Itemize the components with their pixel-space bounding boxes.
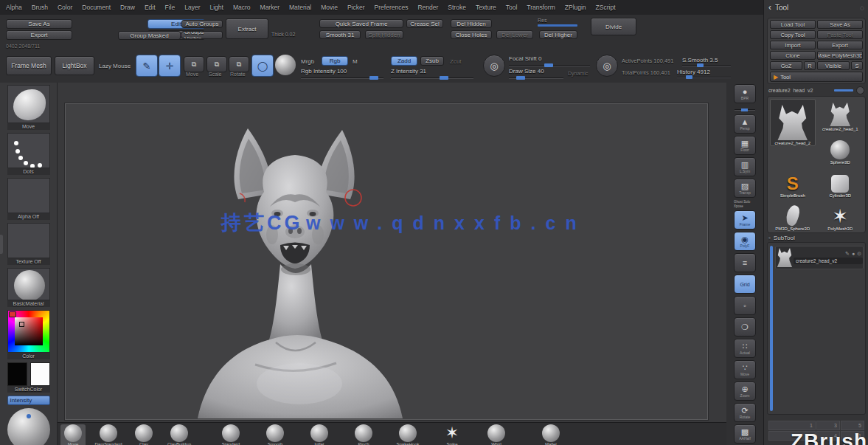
inventory-item[interactable]: Cylinder3D — [818, 165, 864, 198]
thumb-size-slider[interactable] — [834, 89, 853, 92]
secondary-color-swatch[interactable] — [30, 362, 50, 386]
menu-marker[interactable]: Marker — [260, 4, 280, 11]
draw-button[interactable]: ◯ — [251, 55, 274, 77]
groups-visible-button[interactable]: Groups Visible — [181, 31, 223, 39]
stroke-thumbnail[interactable] — [7, 133, 50, 168]
inventory-item[interactable]: 2PM3D_Cylinder3D_2 — [770, 232, 816, 233]
visible-button[interactable]: Visible — [817, 61, 850, 70]
empty-thumbnail[interactable] — [7, 178, 50, 213]
color-picker[interactable] — [7, 310, 50, 353]
grid-button[interactable]: Grid — [734, 275, 756, 294]
menu-texture[interactable]: Texture — [476, 4, 496, 11]
brush-item[interactable]: SnakeHook — [395, 424, 420, 445]
m-button[interactable]: M — [353, 58, 358, 65]
copy-tool-button[interactable]: Copy Tool — [770, 30, 816, 39]
persp-button[interactable]: ▲Persp — [734, 114, 756, 134]
brush-item[interactable]: Standard — [218, 424, 243, 445]
menu-zplugin[interactable]: ZPlugin — [565, 4, 586, 11]
menu-tool[interactable]: Tool — [506, 4, 518, 11]
quick-saved-frame-button[interactable]: Quick Saved Frame — [319, 19, 403, 28]
inventory-item[interactable]: creature2_head_2 — [770, 99, 816, 146]
rgb-button[interactable]: Rgb — [322, 56, 348, 66]
brush-item[interactable]: Clay — [131, 424, 156, 445]
polyframe-button[interactable]: ◉PolyF — [734, 232, 756, 251]
brush-item[interactable]: Move — [60, 424, 86, 445]
menu-stroke[interactable]: Stroke — [448, 4, 466, 11]
save-as-button[interactable]: Save As — [6, 19, 72, 29]
left-tray-picker[interactable]: Color — [7, 310, 50, 359]
subtool-scrollbar[interactable] — [770, 246, 773, 411]
left-tray-bigsphere[interactable] — [7, 408, 50, 445]
group-masked-button[interactable]: Group Masked — [118, 31, 181, 40]
left-tray-brush[interactable]: Move — [7, 85, 50, 130]
scale-button[interactable]: ⧉ — [206, 56, 227, 72]
left-scroll-handle[interactable] — [0, 235, 3, 254]
frame-button[interactable]: ➤Frame — [734, 210, 756, 230]
intensity-button[interactable]: Intensity — [7, 396, 50, 405]
stroke-curve-icon-button-2[interactable]: ◎ — [596, 55, 618, 77]
menu-layer[interactable]: Layer — [184, 4, 200, 11]
del-lower-button[interactable]: Del Lower — [496, 30, 533, 39]
rgb-intensity-slider[interactable]: Rgb Intensity 100 — [301, 69, 383, 79]
subtool-header[interactable]: ◦ SubTool — [768, 235, 795, 241]
edit-mode-button[interactable]: ✎ — [136, 55, 158, 77]
main-color-swatch[interactable] — [7, 362, 27, 386]
pil-button[interactable]: ≡ — [734, 253, 756, 272]
paint-icon[interactable]: ✎ — [845, 251, 850, 257]
inventory-r-button[interactable] — [856, 86, 864, 94]
history-mini-slider[interactable]: History 4912 — [677, 69, 731, 78]
s-button[interactable]: S — [851, 61, 863, 70]
thick-slider[interactable]: Thick 0.02 — [271, 32, 295, 37]
import-button[interactable]: Import — [770, 41, 816, 49]
export-button[interactable]: Export — [6, 30, 72, 40]
brush-item[interactable]: Pinch — [351, 424, 376, 445]
crease-sel-button[interactable]: Crease Sel — [406, 19, 443, 28]
local-sym-button[interactable]: ▥L.Sym — [734, 157, 756, 176]
clone-button[interactable]: Clone — [770, 51, 816, 60]
extract-button[interactable]: Extract — [226, 18, 268, 39]
mrgb-button[interactable]: Mrgb — [301, 58, 314, 65]
del-hidden-button[interactable]: Del Hidden — [451, 19, 492, 28]
transp-button[interactable]: ▨Transp — [734, 179, 756, 198]
left-tray-bluebtn[interactable]: Intensity — [7, 396, 50, 405]
menu-draw[interactable]: Draw — [120, 4, 135, 11]
inventory-item[interactable]: PM3D_Sphere3D — [770, 199, 816, 231]
menu-render[interactable]: Render — [417, 4, 438, 11]
dynamic-toggle[interactable]: Dynamic — [568, 71, 588, 76]
inventory-item[interactable]: ZSphere_1 — [818, 232, 864, 233]
material-preview-sphere[interactable] — [275, 55, 296, 75]
menu-zscript[interactable]: ZScript — [596, 4, 616, 11]
move-button[interactable]: ⧉ — [184, 56, 204, 72]
zcut-button[interactable]: Zcut — [450, 58, 462, 65]
menu-light[interactable]: Light — [210, 4, 223, 11]
menu-file[interactable]: File — [165, 4, 176, 11]
inventory-item[interactable]: SSimpleBrush — [770, 165, 816, 198]
sdiv-mini-slider[interactable]: S.Smooth 3.5 — [682, 58, 731, 66]
tool-palette-header[interactable]: ‹ Tool ◌ — [764, 0, 868, 15]
empty-thumbnail[interactable] — [7, 223, 50, 258]
back-chevron-icon[interactable]: ‹ — [768, 2, 771, 13]
menu-document[interactable]: Document — [82, 4, 111, 11]
focal-shift-slider[interactable]: Focal Shift 0 — [509, 56, 590, 66]
brush-thumbnail[interactable] — [7, 85, 50, 123]
brush-item[interactable]: Whirl — [484, 424, 509, 445]
rotate-button[interactable]: ⟳Rotate — [734, 403, 756, 422]
frame-mesh-button[interactable]: Frame Mesh — [6, 56, 52, 75]
zoom3d-button[interactable]: ⊕Zoom — [734, 382, 756, 401]
paste-tool-button[interactable]: Paste Tool — [817, 30, 863, 39]
menu-transform[interactable]: Transform — [527, 4, 555, 11]
save-as-button[interactable]: Save As — [817, 20, 863, 29]
menu-color[interactable]: Color — [58, 4, 72, 11]
divide-button[interactable]: Divide — [591, 18, 636, 35]
lightbox-button[interactable]: LightBox — [55, 56, 94, 75]
material-ball[interactable] — [7, 408, 50, 445]
smooth-button[interactable]: Smooth 31 — [319, 30, 361, 39]
menu-alpha[interactable]: Alpha — [6, 4, 22, 11]
menu-edit[interactable]: Edit — [145, 4, 156, 11]
zsub-button[interactable]: Zsub — [420, 56, 444, 66]
inventory-item[interactable]: creature2_head_1 — [818, 99, 864, 131]
lazy-mouse-label[interactable]: Lazy Mouse — [99, 63, 131, 69]
subtool-row[interactable]: ✎●⊙creature2_head_v2 — [775, 246, 864, 269]
brush-item[interactable]: Smooth — [263, 424, 288, 445]
close-holes-button[interactable]: Close Holes — [451, 30, 492, 39]
